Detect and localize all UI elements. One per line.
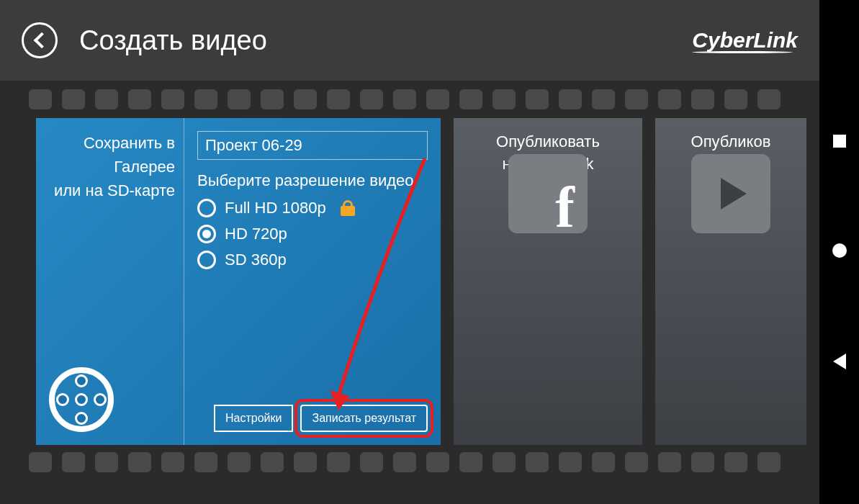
save-label-line1: Сохранить в: [45, 131, 175, 155]
save-panel: Сохранить в Галерее или на SD-карте Выбе…: [36, 118, 441, 445]
resolution-option-fullhd[interactable]: Full HD 1080p: [197, 199, 428, 217]
brand-logo: CyberLink: [692, 28, 798, 53]
resolution-label: Выберите разрешение видео: [197, 171, 428, 190]
publish-title-line1: Опубликовать: [496, 131, 600, 153]
save-label-line2: Галерее: [45, 155, 175, 179]
chevron-left-icon: [34, 32, 50, 49]
radio-label: Full HD 1080p: [225, 199, 326, 217]
film-reel-icon: [49, 367, 114, 432]
recent-apps-button[interactable]: [833, 135, 846, 148]
resolution-option-hd[interactable]: HD 720p: [197, 225, 428, 243]
facebook-icon: f: [508, 154, 588, 233]
android-nav-bar: [819, 0, 859, 504]
record-result-button[interactable]: Записать результат: [300, 405, 428, 432]
page-title: Создать видео: [79, 25, 267, 56]
radio-label: SD 360p: [225, 251, 287, 269]
back-nav-button[interactable]: [833, 354, 846, 369]
publish-youtube-panel[interactable]: Опубликов на YouT: [655, 118, 806, 445]
radio-icon-selected: [197, 225, 216, 243]
app-header: Создать видео CyberLink: [0, 0, 819, 81]
radio-icon: [197, 251, 216, 269]
film-strip-decoration: [29, 89, 792, 109]
back-button[interactable]: [22, 22, 58, 58]
save-label-line3: или на SD-карте: [45, 179, 175, 202]
project-name-input[interactable]: [197, 131, 428, 160]
resolution-option-sd[interactable]: SD 360p: [197, 251, 428, 269]
home-button[interactable]: [832, 243, 847, 258]
settings-button[interactable]: Настройки: [214, 405, 293, 432]
film-strip-decoration: [29, 452, 792, 472]
radio-icon: [197, 199, 216, 217]
publish-facebook-panel[interactable]: Опубликовать на Facebook f: [454, 118, 642, 445]
youtube-icon: [691, 154, 770, 233]
publish-title-line1: Опубликов: [691, 131, 771, 153]
lock-icon: [341, 200, 355, 216]
radio-label: HD 720p: [225, 225, 287, 243]
